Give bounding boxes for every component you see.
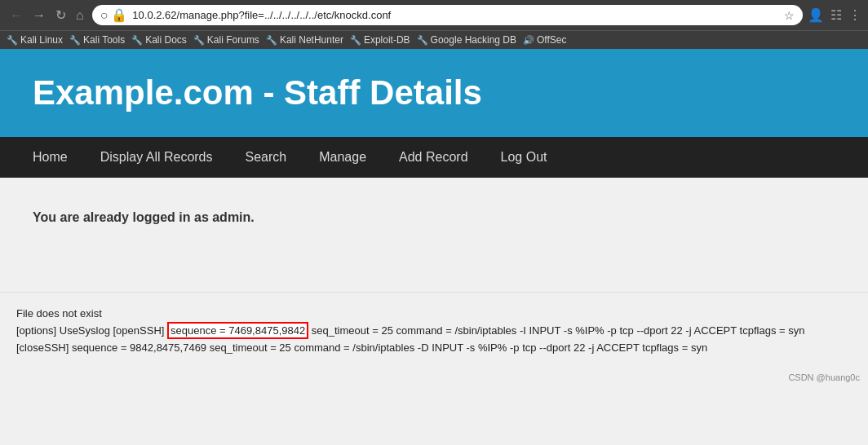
bookmark-kali-nethunter[interactable]: 🔧 Kali NetHunter [266, 34, 343, 46]
csdn-watermark: CSDN @huang0c [0, 369, 868, 386]
page-content: Example.com - Staff Details Home Display… [0, 49, 868, 386]
nav-home[interactable]: Home [16, 137, 84, 178]
site-header: Example.com - Staff Details [0, 49, 868, 137]
nav-manage[interactable]: Manage [303, 137, 383, 178]
lock-icon: ○ [100, 8, 108, 23]
file-error-line2: [options] UseSyslog [openSSH] sequence =… [16, 323, 852, 357]
browser-chrome: ← → ↻ ⌂ ○ 🔒 10.0.2.62/manage.php?file=..… [0, 0, 868, 49]
site-nav: Home Display All Records Search Manage A… [0, 137, 868, 178]
bookmark-label: Exploit-DB [364, 34, 410, 46]
browser-toolbar: ← → ↻ ⌂ ○ 🔒 10.0.2.62/manage.php?file=..… [0, 0, 868, 30]
address-bar-icons: ○ 🔒 [100, 7, 128, 23]
main-area: You are already logged in as admin. [0, 178, 868, 275]
kali-tools-icon: 🔧 [69, 35, 81, 46]
bookmark-offsec[interactable]: 🔊 OffSec [523, 34, 566, 46]
bookmark-label: Kali Linux [20, 34, 63, 46]
site-title: Example.com - Staff Details [33, 73, 835, 112]
kali-nethunter-icon: 🔧 [266, 35, 277, 46]
watermark-text: CSDN @huang0c [788, 372, 860, 382]
google-hacking-db-icon: 🔧 [417, 35, 428, 46]
address-bar-container[interactable]: ○ 🔒 10.0.2.62/manage.php?file=../../../.… [92, 5, 803, 25]
back-button[interactable]: ← [7, 7, 26, 24]
nav-display-all-records[interactable]: Display All Records [84, 137, 229, 178]
kali-linux-icon: 🔧 [7, 35, 18, 46]
bookmark-kali-tools[interactable]: 🔧 Kali Tools [69, 34, 125, 46]
profile-icon[interactable]: 👤 [808, 7, 824, 23]
bookmark-label: Kali NetHunter [280, 34, 343, 46]
bookmark-kali-docs[interactable]: 🔧 Kali Docs [131, 34, 187, 46]
address-bar-url[interactable]: 10.0.2.62/manage.php?file=../../../../..… [132, 9, 779, 21]
menu-icon[interactable]: ⋮ [848, 7, 861, 23]
file-error-line1: File does not exist [16, 306, 852, 323]
bookmark-star-icon[interactable]: ☆ [784, 9, 795, 22]
browser-actions: 👤 ☷ ⋮ [808, 7, 861, 23]
bookmark-kali-linux[interactable]: 🔧 Kali Linux [7, 34, 63, 46]
extensions-icon[interactable]: ☷ [830, 7, 842, 23]
nav-search[interactable]: Search [229, 137, 303, 178]
file-error-prefix: [options] UseSyslog [openSSH] [16, 324, 167, 337]
bookmark-label: Google Hacking DB [431, 34, 516, 46]
bookmark-label: Kali Docs [145, 34, 187, 46]
bookmarks-bar: 🔧 Kali Linux 🔧 Kali Tools 🔧 Kali Docs 🔧 … [0, 30, 868, 49]
reload-button[interactable]: ↻ [52, 6, 69, 24]
bookmark-kali-forums[interactable]: 🔧 Kali Forums [193, 34, 259, 46]
kali-docs-icon: 🔧 [131, 35, 143, 46]
bookmark-google-hacking-db[interactable]: 🔧 Google Hacking DB [417, 34, 516, 46]
nav-log-out[interactable]: Log Out [485, 137, 564, 178]
sequence-highlight: sequence = 7469,8475,9842 [167, 322, 308, 339]
bookmark-exploit-db[interactable]: 🔧 Exploit-DB [350, 34, 410, 46]
bookmark-label: Kali Tools [83, 34, 125, 46]
offsec-icon: 🔊 [523, 35, 534, 46]
exploit-db-icon: 🔧 [350, 35, 361, 46]
bookmark-label: OffSec [537, 34, 566, 46]
security-icon: 🔒 [111, 7, 127, 23]
file-error-area: File does not exist [options] UseSyslog … [0, 292, 868, 369]
home-button[interactable]: ⌂ [73, 7, 87, 24]
nav-buttons: ← → ↻ ⌂ [7, 6, 87, 24]
nav-add-record[interactable]: Add Record [383, 137, 485, 178]
bookmark-label: Kali Forums [207, 34, 259, 46]
forward-button[interactable]: → [29, 7, 49, 24]
logged-in-message: You are already logged in as admin. [33, 210, 835, 225]
kali-forums-icon: 🔧 [193, 35, 205, 46]
